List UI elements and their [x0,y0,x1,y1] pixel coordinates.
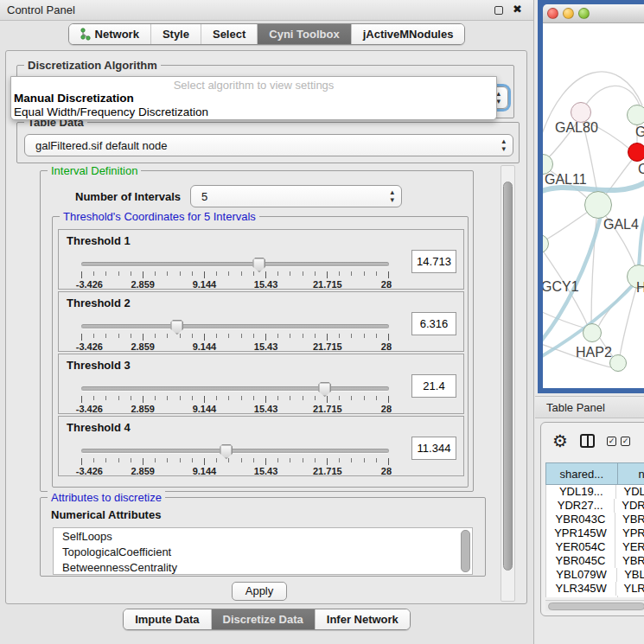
traffic-light-close-icon[interactable] [547,8,558,19]
table-data-combobox[interactable]: galFiltered.sif default node ▴▾ [24,134,513,156]
table-horizontal-scrollbar[interactable] [545,600,644,611]
table-data-value: galFiltered.sif default node [35,139,167,152]
popup-option-equal-width[interactable]: Equal Width/Frequency Discretization [14,105,208,118]
table-row[interactable]: YIL052CYIL0 [546,596,644,597]
node-label-hap2: HAP2 [576,345,612,360]
slider-track[interactable] [81,324,389,328]
checkbox-icon[interactable]: ✓ [607,437,616,446]
table-row[interactable]: YBL079WYBL0 [546,568,644,582]
node-red-selected[interactable] [628,143,644,162]
table-scrollbar-thumb[interactable] [548,603,644,610]
node-partial-bottom[interactable] [609,354,627,372]
tick-marks-major [81,458,392,465]
threshold-4-value-field[interactable] [411,437,456,460]
threshold-coordinates-group: Threshold's Coordinates for 5 Intervals … [52,216,469,488]
spinner-icon: ▴▾ [501,137,506,153]
threshold-2-label: Threshold 2 [67,296,131,309]
numerical-attributes-label: Numerical Attributes [51,508,161,521]
list-item[interactable]: TopologicalCoefficient [62,545,472,560]
traffic-light-zoom-icon[interactable] [578,8,590,19]
threshold-1-label: Threshold 1 [67,234,131,247]
table-row[interactable]: YBR043CYBR0 [546,513,644,526]
network-canvas[interactable]: GAL80 G C GAL11 GAL4 GCY1 H HAP2 [543,23,644,388]
tab-network[interactable]: Network [69,24,150,44]
table-header: shared... na [545,462,644,485]
bottom-tab-bar: Impute Data Discretize Data Infer Networ… [0,609,533,630]
gear-icon[interactable]: ⚙ [552,430,568,451]
cyni-toolbox-panel: Discretization Algorithm ▴▾ Table Data g… [5,50,527,604]
table-toolbar: ⚙ ✓ ✓ [541,423,644,462]
threshold-2-slider[interactable]: -3.4262.8599.144 15.4321.71528 [81,320,389,351]
popup-option-manual[interactable]: Manual Discretization [14,92,134,105]
table-row[interactable]: YBR045CYBR0 [546,554,644,568]
node-label-gal80: GAL80 [555,120,598,136]
screen: Control Panel ✖ Network Style Select [0,0,644,644]
table-row[interactable]: YPR145WYPR1 [546,526,644,540]
table-panel-title: Table Panel [546,401,605,414]
table-body: YDL19...YDL1 YDR27...YDR2 YBR043CYBR0 YP… [545,485,644,597]
interval-definition-group: Interval Definition Number of Intervals … [40,170,474,492]
table-panel: ⚙ ✓ ✓ shared... na YDL19...YDL1 YDR27...… [540,422,644,616]
attributes-group: Attributes to discretize Numerical Attri… [40,497,486,577]
table-row[interactable]: YER054CYER0 [546,540,644,554]
columns-icon[interactable] [580,434,595,448]
threshold-3-value-field[interactable] [411,374,456,398]
table-row[interactable]: YDR27...YDR2 [546,499,644,513]
slider-thumb[interactable] [220,444,233,459]
close-icon[interactable]: ✖ [513,3,522,16]
column-header-shared-name[interactable]: shared... [545,462,618,485]
panel-title: Control Panel [7,3,75,16]
threshold-1-slider[interactable]: -3.4262.8599.144 15.4321.71528 [81,258,389,289]
threshold-1-value-field[interactable] [411,250,456,273]
traffic-light-minimize-icon[interactable] [563,8,574,19]
threshold-4-slider[interactable]: -3.4262.8599.144 15.4321.71528 [81,444,389,475]
spinner-icon: ▴▾ [496,90,501,105]
slider-track[interactable] [81,449,389,453]
threshold-3-slider[interactable]: -3.4262.8599.144 15.4321.71528 [81,382,389,413]
slider-thumb[interactable] [318,382,331,397]
tab-select[interactable]: Select [201,24,257,44]
table-row[interactable]: YDL19...YDL1 [546,485,644,499]
top-tab-bar: Network Style Select Cyni Toolbox jActiv… [0,23,533,45]
tab-jactivemnodules[interactable]: jActiveMNodules [351,24,465,44]
slider-track[interactable] [81,262,389,266]
column-header-name[interactable]: na [618,462,644,485]
network-icon [80,28,91,41]
threshold-2-panel: Threshold 2 -3.4262.8599.144 15.4321.715… [58,291,464,352]
apply-button[interactable]: Apply [232,582,287,601]
threshold-4-label: Threshold 4 [67,421,131,434]
control-panel-titlebar: Control Panel ✖ [0,0,533,21]
tab-infer-network[interactable]: Infer Network [315,609,410,629]
node-partial-top-right[interactable] [627,105,644,125]
popup-hint: Select algorithm to view settings [11,79,496,92]
list-scrollbar[interactable] [461,530,470,572]
number-of-intervals-combobox[interactable]: 5 ▴▾ [190,185,402,207]
tab-cyni-toolbox[interactable]: Cyni Toolbox [257,24,350,44]
attributes-group-label: Attributes to discretize [48,491,165,504]
slider-track[interactable] [81,386,389,391]
tab-impute-data[interactable]: Impute Data [124,609,210,629]
tab-network-label: Network [95,28,139,41]
tab-discretize-data[interactable]: Discretize Data [211,609,315,629]
slider-thumb[interactable] [252,258,265,272]
panel-scrollbar[interactable] [501,165,515,602]
list-item[interactable]: BetweennessCentrality [62,560,472,575]
panel-scrollbar-thumb[interactable] [503,182,513,571]
tick-marks-major [81,271,392,278]
tab-style[interactable]: Style [150,24,201,44]
slider-thumb[interactable] [170,320,183,335]
interval-definition-label: Interval Definition [48,165,141,177]
checkbox-icon[interactable]: ✓ [621,437,630,446]
network-view-window: GAL80 G C GAL11 GAL4 GCY1 H HAP2 [538,0,644,393]
algorithm-dropdown-popup: Select algorithm to view settings Manual… [10,76,497,120]
threshold-2-value-field[interactable] [411,312,456,335]
node-hap2[interactable] [583,323,602,342]
settings-viewport: Interval Definition Number of Intervals … [18,165,499,602]
tick-marks-major [81,334,392,341]
float-window-icon[interactable] [494,6,503,15]
table-row[interactable]: YLR345WYLR3 [546,582,644,596]
threshold-1-panel: Threshold 1 -3.4262.8599.144 15.4321.715… [58,229,464,290]
list-item[interactable]: SelfLoops [62,529,472,545]
node-gal4[interactable] [584,191,612,219]
numerical-attributes-list[interactable]: SelfLoops TopologicalCoefficient Between… [53,527,473,575]
